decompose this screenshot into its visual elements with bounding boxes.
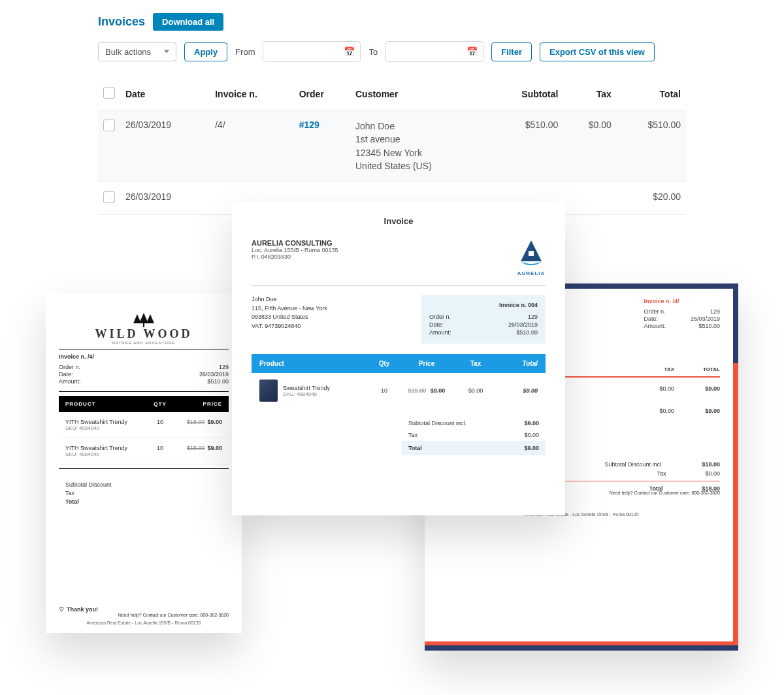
product-tax: $0.00	[453, 387, 498, 394]
invoice-preview-aurelia: Invoice AURELIA CONSULTING Loc. Aurelia …	[232, 202, 565, 515]
trees-icon	[59, 313, 229, 327]
filter-button[interactable]: Filter	[491, 42, 532, 61]
company-vat: P.I. 048203830	[252, 253, 338, 260]
invoice-number: Invoice n. /4/	[59, 353, 229, 360]
summary-date-value: 26/03/2019	[508, 321, 538, 328]
meta-amount-value: $510.00	[207, 378, 229, 385]
meta-date-value: 26/03/2019	[199, 371, 229, 378]
invoices-table: Date Invoice n. Order Customer Subtotal …	[98, 78, 686, 215]
download-all-button[interactable]: Download all	[153, 13, 223, 31]
to-date-input[interactable]: 📅	[385, 41, 483, 62]
invoice-summary-box: Invoice n. 004 Order n.129 Date:26/03/20…	[421, 295, 546, 344]
row-checkbox[interactable]	[103, 120, 115, 131]
product-total: $9.00	[523, 387, 538, 394]
select-all-checkbox[interactable]	[103, 87, 115, 99]
apply-button[interactable]: Apply	[184, 42, 227, 61]
calendar-icon: 📅	[466, 46, 478, 57]
svg-marker-1	[139, 313, 148, 323]
col-price: PRICE	[176, 401, 222, 407]
meta-order-label: Order n.	[644, 308, 665, 315]
meta-amount-value: $510.00	[698, 323, 720, 329]
product-sku: SKU: 4084040	[283, 391, 330, 397]
summary-order-value: 129	[528, 314, 538, 320]
meta-order-value: 129	[710, 308, 720, 315]
col-tax: Tax	[453, 360, 498, 367]
product-price: $9.00	[431, 387, 446, 394]
col-price: Price	[400, 360, 453, 367]
summary-order-label: Order n.	[429, 314, 451, 320]
meta-amount-label: Amount:	[644, 323, 666, 329]
total-label: Total	[408, 445, 422, 451]
heart-icon: ♡	[59, 606, 64, 613]
meta-date-value: 26/03/2019	[691, 315, 720, 322]
product-qty: 10	[144, 445, 176, 457]
col-order: Order	[294, 78, 350, 110]
tax-value: $0.00	[705, 470, 720, 477]
col-product: Product	[259, 360, 368, 367]
product-name: Sweatshirt Trendy	[283, 385, 330, 391]
tax-value: $0.00	[524, 432, 539, 438]
svg-marker-2	[146, 314, 154, 323]
product-sku: SKU: 4084040	[65, 451, 144, 457]
invoice-preview-wildwood: WILD WOOD NATURE AND ADVENTURE Invoice n…	[46, 293, 242, 633]
help-text: Need help? Contact our Customer care: 80…	[610, 491, 720, 495]
col-subtotal: Subtotal	[489, 78, 564, 110]
from-date-input[interactable]: 📅	[263, 41, 361, 62]
col-qty: Qty	[368, 360, 400, 367]
cell-customer: John Doe 1st avenue 12345 New York Unite…	[350, 110, 489, 182]
page-title: Invoices	[98, 15, 145, 29]
company-name: AURELIA CONSULTING	[252, 239, 338, 247]
order-link[interactable]: #129	[299, 120, 319, 130]
col-customer: Customer	[350, 78, 489, 110]
logo-name: AURELIA	[517, 270, 546, 276]
product-image	[259, 380, 278, 402]
meta-order-label: Order n.	[59, 364, 80, 370]
product-row: YITH Sweatshirt TrendySKU: 4084040 10 $1…	[59, 438, 229, 464]
subtotal-label: Subtotal Discount incl.	[604, 461, 662, 468]
product-row: Sweatshirt TrendySKU: 4084040 10 $15.00 …	[252, 373, 546, 408]
invoice-number: Invoice n. /4/	[644, 298, 720, 304]
product-qty: 10	[144, 419, 176, 431]
export-csv-button[interactable]: Export CSV of this view	[540, 42, 655, 61]
subtotal-value: $18.00	[702, 461, 720, 468]
old-price: $15.00	[408, 387, 427, 394]
table-row[interactable]: 26/03/2019 /4/ #129 John Doe 1st avenue …	[98, 110, 686, 182]
meta-date-label: Date:	[644, 315, 658, 322]
bill-city: 093833 United States	[252, 313, 327, 322]
product-price: $9.00	[207, 419, 222, 425]
summary-date-label: Date:	[429, 321, 444, 328]
bill-name: John Doe	[252, 295, 327, 304]
total-value: $9.00	[524, 445, 539, 451]
col-total: TOTAL	[674, 366, 720, 372]
row-total: $9.00	[705, 408, 720, 414]
subtotal-label: Subtotal Discount	[65, 481, 112, 488]
tax-label: Tax	[657, 470, 666, 477]
col-total: Total	[498, 360, 538, 367]
bulk-actions-select[interactable]: Bulk actions	[98, 42, 176, 61]
old-price: $15.00	[187, 419, 205, 425]
cell-invoice: /4/	[210, 110, 293, 182]
bill-street: 115, Fifth Avenue - New York	[252, 304, 327, 314]
meta-order-value: 129	[219, 364, 229, 370]
col-qty: QTY	[144, 401, 176, 407]
footer-address: American Real Estate - Loc Aurelia 155/B…	[59, 621, 229, 625]
tax-label: Tax	[65, 490, 74, 496]
meta-date-label: Date:	[59, 371, 73, 378]
col-product: PRODUCT	[65, 401, 144, 407]
col-tax: TAX	[635, 366, 674, 372]
company-address: Loc. Aurelia 155/B - Roma 00135	[252, 247, 338, 253]
calendar-icon: 📅	[344, 46, 355, 57]
col-tax: Tax	[563, 78, 616, 110]
from-label: From	[235, 47, 255, 57]
product-sku: SKU: 4084040	[65, 425, 144, 431]
help-text: Need help? Contact our Customer care: 80…	[118, 613, 229, 617]
brand-name: WILD WOOD	[59, 327, 229, 341]
svg-rect-5	[529, 251, 534, 256]
product-row: YITH Sweatshirt TrendySKU: 4084040 10 $1…	[59, 412, 229, 438]
col-total: Total	[617, 78, 686, 110]
cell-total: $510.00	[617, 110, 686, 182]
brand-tagline: NATURE AND ADVENTURE	[59, 341, 229, 345]
product-price: $9.00	[207, 445, 222, 451]
row-total: $9.00	[705, 385, 720, 392]
summary-amount-label: Amount:	[429, 329, 451, 336]
